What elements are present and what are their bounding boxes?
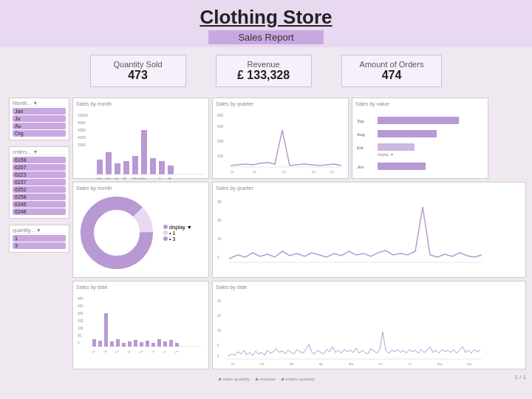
legend-item-3: • 3 (163, 236, 192, 242)
svg-rect-10 (141, 130, 147, 174)
svg-text:2000: 2000 (78, 143, 86, 147)
svg-text:May: May (139, 349, 144, 354)
svg-text:Apr: Apr (319, 363, 324, 366)
charts-area: Sales by month 10000 8000 6000 4000 2000 (72, 98, 526, 369)
svg-rect-69 (163, 341, 167, 347)
svg-rect-11 (150, 158, 156, 174)
svg-text:Q1: Q1 (231, 171, 234, 174)
svg-text:Apr: Apr (127, 349, 132, 354)
big-line-chart-title: Sales by quarter (216, 185, 522, 191)
kpi-revenue-label: Revenue (234, 60, 293, 69)
donut-svg (76, 192, 157, 273)
svg-text:display ▼: display ▼ (378, 152, 394, 157)
order-6246[interactable]: 6246 (13, 208, 66, 215)
bottom-bar-chart-title: Sales by date (76, 284, 205, 290)
legend-orders-quantity: ■ orders quantity (282, 377, 315, 381)
order-6207[interactable]: 6207 (13, 164, 66, 171)
svg-rect-67 (151, 343, 155, 347)
svg-text:JUL: JUL (97, 177, 103, 180)
donut-chart-title: Sales by month (76, 185, 205, 191)
svg-text:Q4: Q4 (312, 171, 316, 174)
month-ju[interactable]: Ju (13, 115, 66, 122)
svg-text:Jun: Jun (357, 165, 364, 169)
svg-text:Jul: Jul (163, 349, 167, 354)
svg-rect-58 (98, 341, 102, 347)
legend-item-2: • 1 (163, 231, 192, 236)
svg-text:JA: JA (168, 177, 171, 180)
quantity-3[interactable]: 3 (13, 242, 66, 249)
big-line-svg: 30 20 10 0 (216, 192, 522, 281)
hbar-chart-box: Sales by value Top Aug Est display ▼ Jun (352, 98, 488, 179)
svg-text:Jul: Jul (115, 177, 118, 180)
svg-text:Aug: Aug (437, 363, 442, 366)
svg-text:JUL: JUL (106, 177, 112, 180)
orders-filter[interactable]: orders... ▼ 6158 6207 6223 6237 6252 625… (9, 146, 69, 219)
svg-rect-71 (175, 343, 179, 347)
svg-text:8000: 8000 (78, 120, 86, 125)
svg-text:Aug: Aug (174, 349, 180, 354)
legend-label-2: • 1 (169, 231, 175, 236)
svg-text:100: 100 (78, 327, 83, 330)
svg-text:Q2: Q2 (253, 171, 256, 174)
svg-text:Feb: Feb (260, 363, 265, 366)
big-bottom-line-box: Sales by date 25 20 15 5 0 Jan Feb Mar A… (212, 281, 526, 369)
month-au[interactable]: Au (13, 123, 66, 129)
svg-text:Mar: Mar (290, 363, 295, 366)
svg-text:S: S (159, 177, 161, 180)
legend-color-2 (163, 231, 168, 235)
svg-text:Jul: Jul (408, 363, 412, 366)
svg-rect-37 (378, 143, 415, 151)
svg-rect-61 (116, 339, 120, 347)
legend-label-1: display ▼ (169, 225, 192, 230)
line-chart-svg: 600 400 200 100 Q1 Q2 Q3 Q4 Q5 (216, 108, 347, 182)
svg-text:May: May (349, 363, 354, 366)
svg-rect-5 (97, 160, 103, 174)
bottom-bar-chart-box: Sales by date 500 400 300 200 100 50 0 (72, 281, 209, 369)
kpi-orders-value: 474 (360, 69, 424, 82)
quantity-1[interactable]: 1 (13, 235, 66, 242)
svg-text:4000: 4000 (78, 135, 86, 140)
big-bottom-line-svg: 25 20 15 5 0 Jan Feb Mar Apr May Jun Jul (216, 291, 522, 372)
order-6258[interactable]: 6258 (13, 194, 66, 200)
svg-text:600: 600 (217, 113, 224, 117)
svg-rect-40 (378, 163, 426, 170)
legend-color-3 (163, 236, 168, 241)
svg-text:400: 400 (217, 124, 224, 129)
svg-text:10: 10 (217, 236, 222, 241)
order-6223[interactable]: 6223 (13, 171, 66, 178)
order-6252[interactable]: 6252 (13, 186, 66, 193)
month-org[interactable]: Org (13, 130, 66, 137)
donut-chart-box: Sales by month display ▼ (72, 182, 209, 278)
svg-text:200: 200 (78, 319, 83, 323)
svg-rect-7 (115, 163, 120, 174)
kpi-quantity: Quantity Sold 473 (90, 55, 186, 87)
svg-rect-68 (157, 339, 161, 347)
line-chart-box: Sales by quarter 600 400 200 100 Q1 Q2 Q… (212, 98, 349, 179)
svg-text:Jun: Jun (378, 363, 383, 366)
svg-text:Jan: Jan (231, 363, 235, 366)
svg-rect-62 (122, 343, 126, 347)
svg-text:0: 0 (78, 341, 80, 345)
svg-rect-66 (146, 341, 149, 347)
order-6158[interactable]: 6158 (13, 157, 66, 163)
donut-legend: display ▼ • 1 • 3 (163, 224, 192, 242)
hbar-chart-title: Sales by value (355, 101, 485, 106)
kpi-orders-label: Amount of Orders (360, 60, 424, 69)
quantity-filter[interactable]: quantity... ▼ 1 3 (9, 225, 69, 253)
line-chart-title: Sales by quarter (216, 101, 345, 106)
svg-rect-35 (378, 130, 437, 137)
legend-label-3: • 3 (169, 236, 175, 242)
svg-rect-8 (123, 161, 129, 174)
svg-text:10000: 10000 (78, 113, 88, 117)
svg-rect-13 (168, 166, 174, 174)
svg-rect-12 (159, 161, 165, 174)
order-6245[interactable]: 6245 (13, 201, 66, 208)
svg-text:Feb: Feb (103, 349, 109, 354)
month-jan[interactable]: Jan (13, 108, 66, 115)
order-6237[interactable]: 6237 (13, 179, 66, 185)
month-filter[interactable]: Month... ▼ Jan Ju Au Org (9, 98, 69, 140)
kpi-row: Quantity Sold 473 Revenue £ 133,328 Amou… (0, 47, 532, 95)
bottom-bar-svg: 500 400 300 200 100 50 0 (76, 291, 207, 369)
svg-text:Q5: Q5 (330, 171, 334, 174)
svg-text:0: 0 (217, 255, 219, 259)
